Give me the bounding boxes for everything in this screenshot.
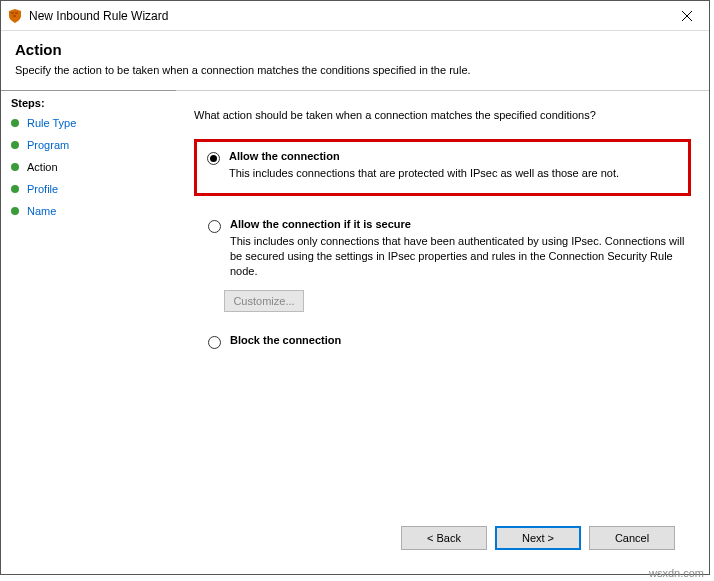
option-block-group: Block the connection bbox=[194, 330, 691, 359]
bullet-icon bbox=[11, 207, 19, 215]
svg-rect-2 bbox=[13, 15, 16, 17]
bullet-icon bbox=[11, 141, 19, 149]
step-program[interactable]: Program bbox=[11, 139, 166, 151]
main-panel: What action should be taken when a conne… bbox=[176, 91, 709, 574]
option-block[interactable]: Block the connection bbox=[202, 330, 691, 359]
option-allow[interactable]: Allow the connection This includes conne… bbox=[201, 146, 684, 187]
titlebar: New Inbound Rule Wizard bbox=[1, 1, 709, 31]
step-name[interactable]: Name bbox=[11, 205, 166, 217]
option-secure[interactable]: Allow the connection if it is secure Thi… bbox=[202, 214, 691, 285]
steps-heading: Steps: bbox=[11, 97, 166, 109]
svg-rect-1 bbox=[15, 12, 18, 14]
watermark: wsxdn.com bbox=[649, 567, 704, 579]
option-allow-highlighted: Allow the connection This includes conne… bbox=[194, 139, 691, 196]
step-profile[interactable]: Profile bbox=[11, 183, 166, 195]
radio-allow[interactable] bbox=[207, 152, 220, 165]
option-allow-title: Allow the connection bbox=[229, 150, 678, 162]
bullet-icon bbox=[11, 163, 19, 171]
window-title: New Inbound Rule Wizard bbox=[29, 9, 665, 23]
option-secure-group: Allow the connection if it is secure Thi… bbox=[194, 214, 691, 313]
option-block-title: Block the connection bbox=[230, 334, 685, 346]
customize-button: Customize... bbox=[224, 290, 304, 312]
footer: < Back Next > Cancel bbox=[194, 516, 691, 564]
close-button[interactable] bbox=[665, 1, 709, 31]
svg-rect-0 bbox=[11, 12, 14, 14]
step-action[interactable]: Action bbox=[11, 161, 166, 173]
bullet-icon bbox=[11, 185, 19, 193]
next-button[interactable]: Next > bbox=[495, 526, 581, 550]
step-rule-type[interactable]: Rule Type bbox=[11, 117, 166, 129]
header: Action Specify the action to be taken wh… bbox=[1, 31, 709, 90]
radio-block[interactable] bbox=[208, 336, 221, 349]
wizard-window: New Inbound Rule Wizard Action Specify t… bbox=[0, 0, 710, 575]
page-description: Specify the action to be taken when a co… bbox=[15, 64, 695, 76]
back-button[interactable]: < Back bbox=[401, 526, 487, 550]
page-title: Action bbox=[15, 41, 695, 58]
steps-sidebar: Steps: Rule Type Program Action Profile … bbox=[1, 91, 176, 574]
close-icon bbox=[682, 11, 692, 21]
radio-secure[interactable] bbox=[208, 220, 221, 233]
cancel-button[interactable]: Cancel bbox=[589, 526, 675, 550]
option-allow-desc: This includes connections that are prote… bbox=[229, 166, 678, 181]
bullet-icon bbox=[11, 119, 19, 127]
option-secure-title: Allow the connection if it is secure bbox=[230, 218, 685, 230]
body: Steps: Rule Type Program Action Profile … bbox=[1, 91, 709, 574]
option-secure-desc: This includes only connections that have… bbox=[230, 234, 685, 279]
firewall-icon bbox=[7, 8, 23, 24]
prompt-text: What action should be taken when a conne… bbox=[194, 109, 691, 121]
